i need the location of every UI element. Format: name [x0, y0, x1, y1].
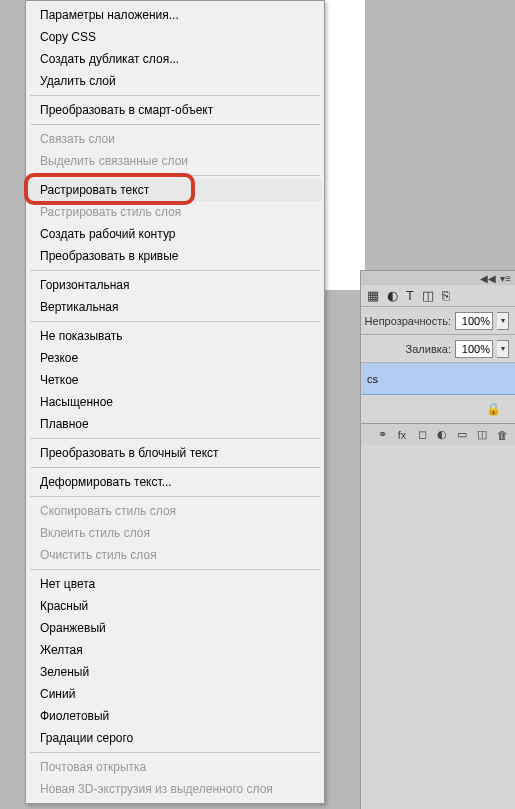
menu-item[interactable]: Оранжевый	[28, 617, 322, 639]
menu-separator	[30, 175, 320, 176]
transform-icon[interactable]: ◫	[422, 288, 434, 303]
menu-separator	[30, 467, 320, 468]
collapse-left-icon[interactable]: ◀◀	[480, 273, 496, 284]
layer-context-menu[interactable]: Параметры наложения...Copy CSSСоздать ду…	[25, 0, 325, 804]
menu-item[interactable]: Не показывать	[28, 325, 322, 347]
menu-item[interactable]: Удалить слой	[28, 70, 322, 92]
menu-separator	[30, 321, 320, 322]
fill-label: Заливка:	[406, 343, 451, 355]
menu-item[interactable]: Преобразовать в смарт-объект	[28, 99, 322, 121]
menu-item: Связать слои	[28, 128, 322, 150]
link-icon[interactable]: ⚭	[375, 428, 389, 441]
menu-item[interactable]: Желтая	[28, 639, 322, 661]
image-icon[interactable]: ▦	[367, 288, 379, 303]
adjust-icon[interactable]: ◐	[435, 428, 449, 441]
menu-item[interactable]: Красный	[28, 595, 322, 617]
menu-item[interactable]: Плавное	[28, 413, 322, 435]
menu-item: Почтовая открытка	[28, 756, 322, 778]
panel-bottom: ⚭ fx ◻ ◐ ▭ ◫ 🗑	[361, 423, 515, 445]
menu-item: Скопировать стиль слоя	[28, 500, 322, 522]
layer-row[interactable]: cs	[361, 363, 515, 395]
menu-item: Растрировать стиль слоя	[28, 201, 322, 223]
layer-name: cs	[367, 373, 378, 385]
menu-item[interactable]: Растрировать текст	[28, 179, 322, 201]
menu-item[interactable]: Деформировать текст...	[28, 471, 322, 493]
lock-icon[interactable]: 🔒	[486, 402, 501, 416]
menu-item[interactable]: Горизонтальная	[28, 274, 322, 296]
panel-toolbar: ▦ ◐ T ◫ ⎘	[361, 285, 515, 307]
group-icon[interactable]: ▭	[455, 428, 469, 441]
fill-dropdown[interactable]: ▾	[497, 340, 509, 358]
menu-item[interactable]: Четкое	[28, 369, 322, 391]
panel-menu-icon[interactable]: ▾≡	[500, 273, 511, 284]
mask-icon[interactable]: ◻	[415, 428, 429, 441]
menu-item[interactable]: Создать дубликат слоя...	[28, 48, 322, 70]
menu-item[interactable]: Параметры наложения...	[28, 4, 322, 26]
menu-separator	[30, 496, 320, 497]
menu-item: Вклеить стиль слоя	[28, 522, 322, 544]
menu-item[interactable]: Вертикальная	[28, 296, 322, 318]
menu-item[interactable]: Зеленый	[28, 661, 322, 683]
layers-panel: ◀◀ ▾≡ ▦ ◐ T ◫ ⎘ Непрозрачность: ▾ Заливк…	[360, 270, 515, 809]
opacity-input[interactable]	[455, 312, 493, 330]
menu-item: Новая 3D-экструзия из выделенного слоя	[28, 778, 322, 800]
fx-icon[interactable]: fx	[395, 429, 409, 441]
menu-item[interactable]: Синий	[28, 683, 322, 705]
menu-item[interactable]: Copy CSS	[28, 26, 322, 48]
menu-item[interactable]: Нет цвета	[28, 573, 322, 595]
menu-item[interactable]: Преобразовать в блочный текст	[28, 442, 322, 464]
menu-separator	[30, 270, 320, 271]
menu-item[interactable]: Градации серого	[28, 727, 322, 749]
link-icon[interactable]: ⎘	[442, 288, 450, 303]
opacity-label: Непрозрачность:	[365, 315, 451, 327]
opacity-row: Непрозрачность: ▾	[361, 307, 515, 335]
layer-list-area[interactable]: 🔒	[361, 395, 515, 423]
menu-separator	[30, 124, 320, 125]
menu-item: Очистить стиль слоя	[28, 544, 322, 566]
fill-input[interactable]	[455, 340, 493, 358]
fill-row: Заливка: ▾	[361, 335, 515, 363]
trash-icon[interactable]: 🗑	[495, 429, 509, 441]
opacity-dropdown[interactable]: ▾	[497, 312, 509, 330]
menu-item[interactable]: Резкое	[28, 347, 322, 369]
menu-separator	[30, 438, 320, 439]
panel-tabs: ◀◀ ▾≡	[361, 271, 515, 285]
menu-item[interactable]: Создать рабочий контур	[28, 223, 322, 245]
menu-item: Выделить связанные слои	[28, 150, 322, 172]
menu-separator	[30, 752, 320, 753]
adjust-icon[interactable]: ◐	[387, 288, 398, 303]
menu-item[interactable]: Насыщенное	[28, 391, 322, 413]
menu-item[interactable]: Фиолетовый	[28, 705, 322, 727]
menu-item[interactable]: Преобразовать в кривые	[28, 245, 322, 267]
type-icon[interactable]: T	[406, 288, 414, 303]
menu-separator	[30, 569, 320, 570]
menu-separator	[30, 95, 320, 96]
new-icon[interactable]: ◫	[475, 428, 489, 441]
